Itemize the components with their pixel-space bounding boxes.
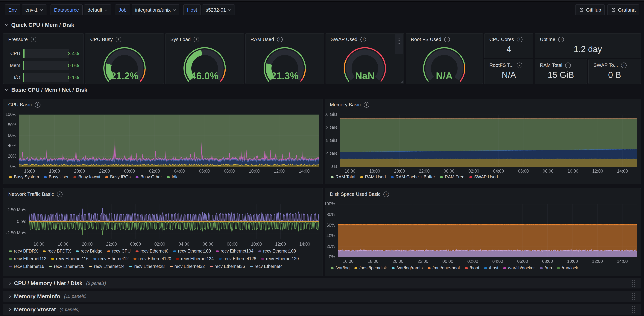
row-cpu-memory-net-disk[interactable]: CPU / Memory / Net / Disk (8 panels)	[3, 278, 641, 288]
panel-title[interactable]: RootFS T...	[489, 62, 514, 68]
legend-item[interactable]: /var/log	[330, 266, 350, 270]
root-fs-used-gauge[interactable]: N/A	[405, 40, 484, 83]
drag-handle-icon[interactable]	[632, 293, 636, 300]
cpu-basic-chart[interactable]	[3, 110, 322, 174]
panel-title[interactable]: Network Traffic Basic	[8, 191, 54, 197]
panel-resize-handle[interactable]	[400, 80, 404, 83]
variable-env-select[interactable]: env-1	[22, 4, 46, 15]
panel-title[interactable]: RAM Total	[540, 62, 562, 68]
variable-datasource-select[interactable]: default	[84, 4, 111, 15]
network-traffic-chart[interactable]	[3, 200, 322, 247]
legend-item[interactable]: RAM Used	[360, 174, 386, 180]
legend-item[interactable]: Busy Iowait	[74, 174, 100, 180]
panel-title[interactable]: Uptime	[540, 36, 555, 42]
panel-title[interactable]: SWAP To...	[594, 62, 618, 68]
ram-used-gauge[interactable]: 21.3%	[246, 40, 324, 83]
swap-used-gauge[interactable]: NaN	[326, 40, 404, 83]
legend-item[interactable]: recv Ethernet120	[134, 256, 171, 261]
legend-item[interactable]: recv Ethernet36	[210, 264, 245, 269]
legend-label: /var/log	[336, 266, 350, 270]
info-icon[interactable]: i	[517, 37, 522, 42]
legend-item[interactable]: recv Ethernet16	[9, 264, 44, 269]
chevron-down-icon	[4, 23, 9, 27]
pressure-bar[interactable]	[23, 49, 69, 58]
legend-item[interactable]: recv Ethernet4	[250, 264, 283, 269]
drag-handle-icon[interactable]	[632, 306, 636, 313]
info-icon[interactable]: i	[384, 192, 389, 197]
grafana-link-button[interactable]: Grafana	[607, 4, 639, 15]
legend-item[interactable]: recv Ethernet129	[261, 256, 299, 261]
variable-job-select[interactable]: integrations/unix	[132, 4, 179, 15]
legend-item[interactable]: Busy System	[9, 174, 39, 180]
legend-item[interactable]: recv CPU	[107, 248, 130, 254]
legend-item[interactable]: /host/tpcmdisk	[354, 266, 387, 270]
legend-item[interactable]: /boot	[465, 266, 479, 270]
legend-item[interactable]: Busy Other	[136, 174, 162, 180]
legend-item[interactable]: recv Ethernet100	[173, 248, 211, 254]
legend-item[interactable]: /mnt/onie-boot	[428, 266, 460, 270]
panel-title[interactable]: Pressure	[8, 36, 28, 42]
legend-item[interactable]: recv Ethernet24	[89, 264, 124, 269]
legend-item[interactable]: recv Ethernet108	[258, 248, 296, 254]
legend-item[interactable]: Idle	[167, 174, 178, 180]
legend-item[interactable]: recv BFDRX	[9, 248, 38, 254]
info-icon[interactable]: i	[364, 102, 369, 108]
external-link-icon	[579, 8, 584, 12]
info-icon[interactable]: i	[558, 37, 564, 42]
pressure-bar[interactable]	[23, 61, 69, 70]
legend-item[interactable]: recv Ethernet124	[176, 256, 214, 261]
cpu-busy-gauge[interactable]: 21.2%	[85, 40, 164, 83]
github-link-button[interactable]: GitHub	[575, 4, 605, 15]
legend-item[interactable]: recv Ethernet28	[129, 264, 164, 269]
legend-swatch	[173, 250, 176, 252]
legend-swatch	[469, 176, 472, 178]
row-memory-meminfo[interactable]: Memory Meminfo (15 panels)	[3, 291, 641, 302]
legend-item[interactable]: /var/lib/docker	[503, 266, 535, 270]
legend-item[interactable]: recv Ethernet112	[9, 256, 46, 261]
legend-item[interactable]: /var/log/ramfs	[392, 266, 422, 270]
info-icon[interactable]: i	[565, 62, 571, 68]
pressure-bar-fill	[23, 50, 24, 58]
legend-swatch	[44, 176, 47, 178]
dashboard-toolbar: Env env-1 Datasource default Job integra…	[5, 4, 639, 15]
legend-label: recv Ethernet108	[263, 248, 296, 254]
drag-handle-icon[interactable]	[632, 280, 636, 287]
legend-item[interactable]: recv Ethernet104	[216, 248, 254, 254]
row-header-quick[interactable]: Quick CPU / Mem / Disk	[4, 22, 74, 28]
sys-load-gauge[interactable]: 46.0%	[165, 40, 244, 83]
memory-basic-chart[interactable]	[325, 110, 641, 174]
info-icon[interactable]: i	[35, 102, 40, 108]
legend-item[interactable]: Busy IRQs	[105, 174, 131, 180]
info-icon[interactable]: i	[517, 62, 522, 68]
legend-item[interactable]: recv Ethernet0	[136, 248, 168, 254]
variable-env-label: Env	[5, 4, 20, 15]
legend-item[interactable]: RAM Total	[330, 174, 355, 180]
row-header-basic[interactable]: Basic CPU / Mem / Net / Disk	[4, 87, 88, 93]
legend-item[interactable]: RAM Cache + Buffer	[391, 174, 435, 180]
pressure-bar[interactable]	[23, 73, 69, 82]
legend-item[interactable]: RAM Free	[440, 174, 464, 180]
info-icon[interactable]: i	[31, 37, 36, 42]
legend-item[interactable]: recv Ethernet128	[219, 256, 256, 261]
legend-item[interactable]: /run/lock	[557, 266, 578, 270]
panel-title[interactable]: CPU Cores	[489, 36, 514, 42]
legend-item[interactable]: /run	[540, 266, 552, 270]
legend-item[interactable]: recv BFDTX	[43, 248, 71, 254]
panel-title[interactable]: CPU Basic	[8, 102, 32, 108]
variable-host-select[interactable]: s5232-01	[202, 4, 235, 15]
legend-item[interactable]: recv Bridge	[76, 248, 102, 254]
legend-item[interactable]: SWAP Used	[469, 174, 498, 180]
legend-item[interactable]: recv Ethernet12	[94, 256, 128, 261]
panel-title[interactable]: Memory Basic	[330, 102, 361, 108]
legend-item[interactable]: recv Ethernet20	[49, 264, 84, 269]
info-icon[interactable]: i	[57, 192, 62, 197]
row-memory-vmstat[interactable]: Memory Vmstat (4 panels)	[3, 304, 641, 315]
legend-item[interactable]: /host	[484, 266, 498, 270]
disk-space-chart[interactable]	[325, 200, 641, 264]
legend-label: Busy User	[49, 174, 68, 180]
legend-item[interactable]: recv Ethernet116	[51, 256, 88, 261]
panel-title[interactable]: Disk Space Used Basic	[330, 191, 380, 197]
legend-item[interactable]: Busy User	[44, 174, 68, 180]
info-icon[interactable]: i	[621, 62, 626, 68]
legend-item[interactable]: recv Ethernet32	[170, 264, 205, 269]
